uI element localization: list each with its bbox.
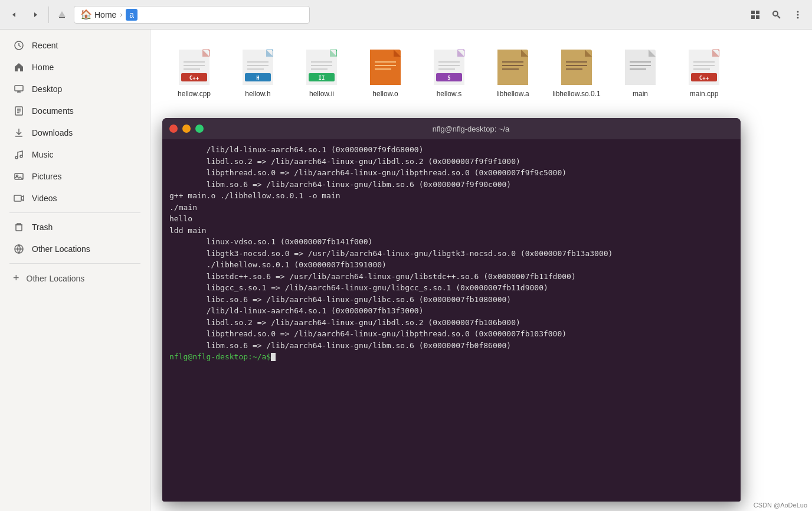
back-button[interactable] [5,6,24,23]
file-icon [366,48,404,86]
file-item[interactable]: hellow.o [356,44,415,103]
view-toggle-button[interactable] [746,6,765,23]
menu-button[interactable] [788,6,807,23]
sidebar-item-label-other: Other Locations [32,244,90,254]
svg-rect-31 [184,68,200,70]
sidebar-item-trash[interactable]: Trash [4,217,146,238]
sidebar-item-label-recent: Recent [32,41,58,50]
terminal-line: nflg@nflg-desktop:~/a$ [169,351,734,363]
sidebar-item-label-trash: Trash [32,222,53,232]
svg-point-7 [797,14,799,15]
sidebar-item-label-documents: Documents [32,106,74,116]
terminal-minimize-button[interactable]: − [182,125,191,133]
terminal-line: /lib/ld-linux-aarch64.so.1 (0x0000007f9f… [169,144,734,156]
terminal-line: linux-vdso.so.1 (0x0000007fb141f000) [169,236,734,248]
terminal-window[interactable]: ✕ − ○ nflg@nflg-desktop: ~/a /lib/ld-lin… [162,118,741,502]
svg-rect-73 [566,61,587,63]
terminal-line: libpthread.so.0 => /lib/aarch64-linux-gn… [169,167,734,179]
svg-rect-46 [311,65,332,66]
sidebar-item-other-locations[interactable]: Other Locations [4,238,146,260]
sidebar-item-music[interactable]: Music [4,144,146,165]
forward-button[interactable] [26,6,45,23]
file-item[interactable]: main [611,44,670,103]
sidebar-item-pictures[interactable]: Pictures [4,166,146,187]
svg-rect-87 [693,68,710,70]
file-name: hellow.o [372,90,398,98]
file-item[interactable]: C++ hellow.cpp [165,44,224,103]
file-item[interactable]: libhellow.a [483,44,542,103]
file-item[interactable]: libhellow.so.0.1 [547,44,606,103]
svg-text:C++: C++ [699,75,709,81]
svg-rect-59 [438,61,460,63]
sidebar-item-label-music: Music [32,150,54,159]
svg-rect-47 [311,68,328,70]
sidebar-divider-1 [9,212,140,213]
file-item[interactable]: H hellow.h [228,44,287,103]
terminal-line: ldd main [169,225,734,237]
search-button[interactable] [767,6,786,23]
sidebar-item-recent[interactable]: Recent [4,35,146,56]
sidebar-add-button[interactable]: + Other Locations [4,267,146,289]
sidebar-item-home[interactable]: Home [4,57,146,78]
terminal-line: libgtk3-nocsd.so.0 => /usr/lib/aarch64-l… [169,248,734,260]
svg-rect-80 [630,65,651,66]
pictures-icon [13,171,25,182]
sidebar-item-label-downloads: Downloads [32,128,73,137]
terminal-line: libpthread.so.0 => /lib/aarch64-linux-gn… [169,328,734,340]
watermark: CSDN @AoDeLuo [754,502,807,509]
topbar: 🏠 Home › a [0,0,812,30]
terminal-line: hello [169,213,734,225]
file-item[interactable]: II hellow.ii [292,44,351,103]
file-icon: C++ [685,48,723,86]
svg-rect-68 [502,65,523,66]
sidebar-item-documents[interactable]: Documents [4,100,146,122]
terminal-line: libdl.so.2 => /lib/aarch64-linux-gnu/lib… [169,156,734,168]
svg-rect-86 [693,65,715,66]
file-icon [621,48,659,86]
sidebar-item-downloads[interactable]: Downloads [4,122,146,143]
sidebar: Recent Home Desktop Documents [0,30,150,511]
other-locations-icon [13,243,25,255]
downloads-icon [13,127,25,139]
svg-line-5 [778,15,781,18]
svg-rect-45 [311,61,332,63]
svg-rect-61 [438,68,455,70]
svg-rect-38 [247,65,269,66]
desktop-icon [13,83,25,95]
breadcrumb-home[interactable]: 🏠 Home [80,9,116,20]
terminal-body[interactable]: /lib/ld-linux-aarch64.so.1 (0x0000007f9f… [162,139,741,502]
home-sidebar-icon [13,61,25,73]
svg-rect-85 [693,61,715,63]
breadcrumb: 🏠 Home › a [74,6,310,24]
file-icon: H [239,48,277,86]
svg-text:II: II [319,75,325,81]
breadcrumb-current[interactable]: a [126,9,137,21]
svg-rect-67 [502,61,523,63]
svg-rect-37 [247,61,269,63]
svg-point-8 [797,17,799,18]
file-item[interactable]: S hellow.s [420,44,479,103]
svg-rect-3 [756,15,759,19]
svg-point-4 [773,11,778,16]
terminal-maximize-button[interactable]: ○ [195,125,204,133]
documents-icon [13,105,25,117]
sidebar-item-label-home: Home [32,63,54,72]
svg-rect-60 [438,65,460,66]
svg-rect-30 [184,65,205,66]
terminal-title: nflg@nflg-desktop: ~/a [208,125,734,133]
music-icon [13,149,25,160]
sidebar-item-label-videos: Videos [32,194,57,203]
sidebar-item-videos[interactable]: Videos [4,188,146,209]
sidebar-item-desktop[interactable]: Desktop [4,78,146,100]
terminal-line: ./main [169,202,734,214]
svg-rect-54 [375,65,396,66]
topbar-right [746,6,807,23]
terminal-line: libc.so.6 => /lib/aarch64-linux-gnu/libc… [169,294,734,306]
file-name: hellow.h [245,90,270,98]
file-name: main [633,90,648,98]
up-button[interactable] [53,6,71,23]
terminal-close-button[interactable]: ✕ [169,125,178,133]
svg-rect-22 [14,195,21,201]
file-area: C++ hellow.cpp H hellow.h II hellow.ii [150,30,812,511]
file-item[interactable]: C++ main.cpp [675,44,734,103]
